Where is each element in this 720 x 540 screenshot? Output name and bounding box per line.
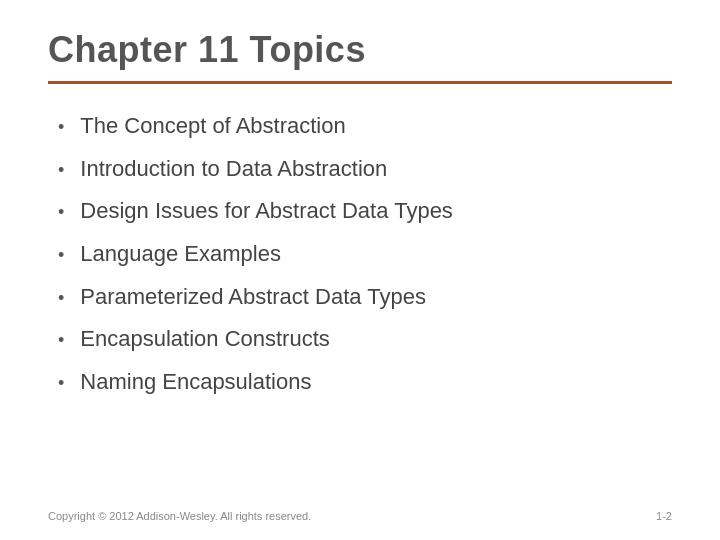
slide-title: Chapter 11 Topics — [48, 28, 672, 71]
bullet-dot-icon: • — [58, 159, 64, 182]
bullet-text: Design Issues for Abstract Data Types — [80, 197, 453, 226]
list-item: •Naming Encapsulations — [58, 368, 672, 397]
list-item: •Parameterized Abstract Data Types — [58, 283, 672, 312]
footer: Copyright © 2012 Addison-Wesley. All rig… — [48, 510, 672, 522]
list-item: •Design Issues for Abstract Data Types — [58, 197, 672, 226]
bullet-text: Encapsulation Constructs — [80, 325, 329, 354]
list-item: •Language Examples — [58, 240, 672, 269]
bullet-dot-icon: • — [58, 329, 64, 352]
list-item: •Encapsulation Constructs — [58, 325, 672, 354]
bullet-text: The Concept of Abstraction — [80, 112, 345, 141]
bullet-dot-icon: • — [58, 244, 64, 267]
footer-copyright: Copyright © 2012 Addison-Wesley. All rig… — [48, 510, 311, 522]
title-area: Chapter 11 Topics — [48, 28, 672, 84]
bullet-list: •The Concept of Abstraction•Introduction… — [58, 112, 672, 396]
list-item: •The Concept of Abstraction — [58, 112, 672, 141]
bullet-dot-icon: • — [58, 372, 64, 395]
slide: Chapter 11 Topics •The Concept of Abstra… — [0, 0, 720, 540]
bullet-text: Parameterized Abstract Data Types — [80, 283, 426, 312]
bullet-text: Introduction to Data Abstraction — [80, 155, 387, 184]
title-divider — [48, 81, 672, 84]
bullet-dot-icon: • — [58, 116, 64, 139]
list-item: •Introduction to Data Abstraction — [58, 155, 672, 184]
bullet-text: Language Examples — [80, 240, 281, 269]
footer-page: 1-2 — [656, 510, 672, 522]
bullet-dot-icon: • — [58, 287, 64, 310]
bullet-text: Naming Encapsulations — [80, 368, 311, 397]
bullet-dot-icon: • — [58, 201, 64, 224]
